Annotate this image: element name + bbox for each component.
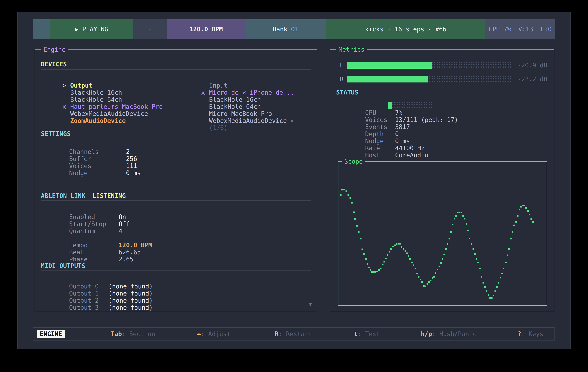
link-state-badge: LISTENING: [92, 192, 126, 199]
scope-data-point: [532, 221, 534, 223]
meter-db-value: -22.2 dB: [518, 76, 547, 82]
scope-data-point: [483, 282, 484, 283]
scope-data-point: [493, 295, 494, 296]
divider: [41, 200, 311, 201]
scope-data-point: [496, 286, 498, 288]
meter-fill: [347, 62, 432, 69]
scope-data-point: [398, 243, 399, 244]
phase-value: 2.65: [119, 256, 134, 263]
bank-display: Bank 01: [245, 19, 326, 39]
midi-port-value: (none found): [108, 304, 153, 311]
top-bar-spacer: [33, 19, 50, 39]
scope-data-point: [378, 269, 380, 271]
scope-data-point: [517, 215, 518, 217]
status-value: CoreAudio: [395, 151, 429, 159]
scope-data-point: [457, 212, 459, 213]
scope-data-point: [346, 191, 347, 192]
device-label: ZoomAudioDevice: [70, 117, 126, 124]
meter-fill: [347, 76, 428, 82]
scope-data-point: [529, 214, 530, 215]
scope-data-point: [474, 253, 476, 255]
scope-data-point: [387, 254, 388, 256]
scope-data-point: [357, 225, 358, 227]
scope-data-point: [501, 273, 503, 274]
divider: [41, 138, 311, 138]
divider: [41, 271, 311, 271]
divider: [41, 70, 311, 70]
scope-data-point: [432, 277, 433, 279]
hint-adjust[interactable]: ↔: Adjust: [197, 330, 231, 337]
scope-data-point: [479, 268, 481, 269]
scope-data-point: [466, 223, 467, 225]
scope-data-point: [439, 266, 440, 267]
scope-data-point: [471, 243, 472, 245]
scope-data-point: [411, 261, 413, 263]
scope-data-point: [437, 269, 438, 270]
hint-keys[interactable]: ?: Keys: [517, 330, 543, 337]
metrics-panel: Metrics L -20.9 dB R -22.2 dB STATUS CPU…: [330, 50, 554, 312]
setting-row: Nudge0 ms: [47, 162, 141, 183]
settings-header: SETTINGS: [41, 130, 71, 137]
scope-data-point: [452, 224, 453, 225]
scope-data-point: [503, 268, 504, 269]
hint-hush-panic[interactable]: h/p: Hush/Panic: [421, 330, 476, 337]
scope-data-point: [408, 255, 409, 257]
hint-restart[interactable]: R: Restart: [275, 330, 312, 337]
scroll-down-icon[interactable]: ▼: [309, 301, 312, 307]
scope-data-point: [469, 238, 470, 239]
scope-data-point: [385, 258, 387, 259]
bpm-display: 120.0 BPM: [167, 19, 245, 39]
chevron-down-icon[interactable]: ▼: [291, 118, 294, 124]
scope-data-point: [467, 230, 469, 231]
devices-header: DEVICES: [41, 61, 67, 68]
scope-data-point: [373, 271, 375, 273]
metrics-panel-title: Metrics: [336, 46, 367, 53]
link-value[interactable]: 4: [119, 228, 122, 234]
cpu-meter: [388, 102, 434, 109]
meter-row-left: L -20.9 dB: [330, 62, 554, 69]
scope-data-point: [380, 268, 381, 269]
scope-data-point: [423, 285, 425, 287]
scope-data-point: [394, 244, 396, 246]
scope-data-point: [361, 249, 363, 250]
scope-data-point: [498, 282, 499, 283]
level-meter-right: [347, 76, 512, 82]
top-bar-gap: [133, 19, 167, 39]
section-badge-engine[interactable]: ENGINE: [37, 330, 65, 338]
hint-section[interactable]: Tab: Section: [111, 330, 155, 337]
scope-data-point: [507, 254, 508, 256]
scope-data-point: [520, 206, 522, 208]
scope-data-point: [418, 276, 420, 278]
top-bar: ▶ PLAYING 120.0 BPM Bank 01 kicks · 16 s…: [33, 19, 555, 39]
scope-data-point: [449, 238, 450, 240]
scope-data-point: [454, 218, 455, 220]
setting-label: Nudge: [69, 169, 126, 176]
hint-test[interactable]: t: Test: [354, 330, 380, 337]
scope-data-point: [390, 248, 392, 250]
level-meter-left: [347, 62, 512, 69]
scope-data-point: [354, 218, 356, 220]
divider: [336, 97, 548, 97]
scope-data-point: [383, 261, 385, 262]
scope-data-point: [440, 262, 442, 264]
page-count-label: (1/6): [209, 124, 228, 131]
scope-data-point: [515, 221, 517, 222]
scope-data-point: [488, 294, 489, 296]
scope-data-point: [403, 248, 404, 250]
scope-data-point: [486, 291, 487, 292]
scope-data-point: [514, 225, 515, 226]
scope-data-point: [388, 251, 390, 252]
scope-data-point: [527, 210, 529, 212]
setting-value[interactable]: 0 ms: [126, 169, 141, 176]
scope-data-point: [512, 231, 513, 233]
midi-row: Output 3(none found): [47, 297, 153, 318]
status-header: STATUS: [336, 89, 358, 96]
transport-status-label: ▶ PLAYING: [75, 26, 108, 33]
scope-data-point: [476, 258, 477, 260]
scope-data-point: [370, 269, 371, 271]
scope-data-point: [421, 281, 423, 283]
device-item-highlighted[interactable]: ZoomAudioDevice: [40, 110, 126, 131]
scope-data-point: [360, 238, 361, 240]
scope-data-point: [392, 246, 394, 247]
scope-data-point: [464, 218, 465, 220]
